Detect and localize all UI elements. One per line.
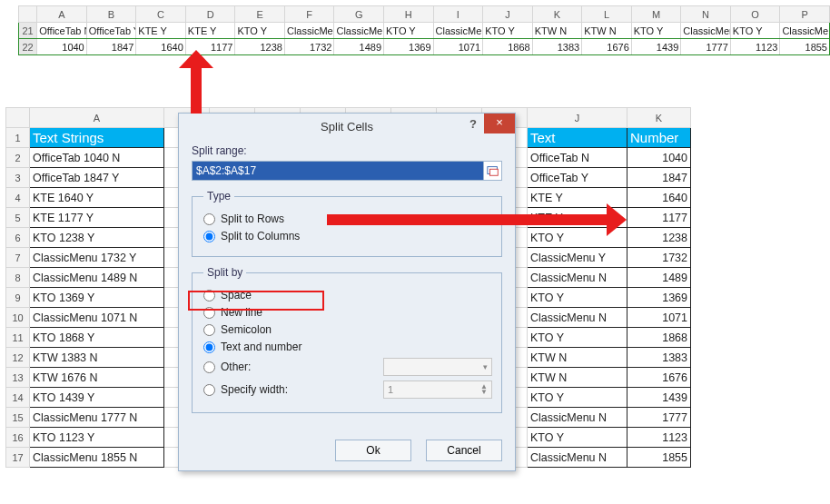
col-a-header[interactable]: Text Strings: [30, 128, 164, 148]
opt-text-and-number[interactable]: Text and number: [203, 341, 492, 353]
close-icon[interactable]: ×: [484, 114, 515, 133]
top-result-grid: ABCD EFGH IJKL MNOP 21 OfficeTab NOffice…: [18, 5, 830, 55]
dialog-titlebar[interactable]: Split Cells ? ×: [179, 114, 515, 139]
dialog-title: Split Cells: [321, 120, 373, 133]
width-spinner[interactable]: 1 ▲▼: [383, 380, 492, 399]
ok-button[interactable]: Ok: [335, 440, 411, 461]
help-icon[interactable]: ?: [464, 117, 482, 135]
col-k-header[interactable]: Number: [627, 128, 691, 148]
type-legend: Type: [203, 190, 234, 203]
svg-rect-1: [489, 169, 498, 175]
range-picker-icon[interactable]: [483, 162, 501, 180]
col-j-header[interactable]: Text: [528, 128, 627, 148]
split-range-input[interactable]: [193, 162, 483, 180]
top-col-headers: ABCD EFGH IJKL MNOP: [19, 6, 830, 23]
arrow-right-icon: [327, 203, 627, 234]
top-row-22[interactable]: 22 1040184716401177 1238173214891369 107…: [19, 39, 830, 55]
split-range-label: Split range:: [192, 144, 502, 157]
opt-specify-width[interactable]: Specify width: 1 ▲▼: [203, 380, 492, 399]
cancel-button[interactable]: Cancel: [426, 440, 502, 461]
other-combo[interactable]: ▾: [383, 358, 492, 376]
splitby-legend: Split by: [203, 266, 246, 279]
opt-other[interactable]: Other: ▾: [203, 358, 492, 376]
arrow-up-icon: [177, 50, 213, 114]
splitby-group: Split by Space New line Semicolon Text a…: [192, 266, 502, 413]
highlight-text-and-number: [188, 291, 324, 311]
split-range-input-row: [192, 161, 502, 181]
opt-semicolon[interactable]: Semicolon: [203, 323, 492, 336]
top-row-21[interactable]: 21 OfficeTab NOfficeTab YKTE YKTE Y KTO …: [19, 23, 830, 39]
spinner-arrows-icon[interactable]: ▲▼: [480, 384, 488, 395]
